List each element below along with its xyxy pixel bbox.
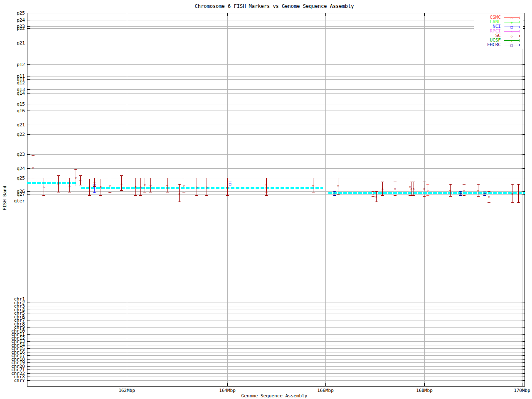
fish-band-q27-label: q27 bbox=[0, 192, 25, 197]
point-SC-cap-top bbox=[178, 184, 181, 185]
x-tick-label: 166Mbp bbox=[313, 388, 338, 393]
fish-band-p25-label: p25 bbox=[0, 11, 25, 15]
point-SC-cap-bottom bbox=[108, 192, 111, 193]
point-SC-cap-bottom bbox=[178, 202, 181, 202]
legend-sample-cap bbox=[519, 35, 520, 37]
point-SC-cap-bottom bbox=[57, 192, 60, 192]
marker-diamond: ◇ bbox=[150, 183, 152, 187]
fish-band-p22-label: p22 bbox=[0, 26, 25, 31]
point-NCI-cap-bottom bbox=[229, 186, 232, 186]
point-CSMC-cap-bottom bbox=[426, 195, 429, 196]
legend-marker-plus: + bbox=[510, 20, 512, 24]
marker-diamond: ◇ bbox=[427, 188, 429, 192]
legend-sample-cap bbox=[504, 30, 504, 32]
fish-band-q16-label: q16 bbox=[0, 108, 25, 113]
chart-canvas: Chromosome 6 FISH Markers vs Genome Sequ… bbox=[0, 0, 532, 399]
fish-band-p21-label: p21 bbox=[0, 41, 25, 45]
marker-diamond: ◇ bbox=[382, 187, 384, 190]
marker-square: □ bbox=[229, 182, 231, 186]
legend-marker-diamond: ◇ bbox=[511, 34, 513, 38]
point-SC-cap-bottom bbox=[423, 196, 426, 197]
point-SC-cap-top bbox=[182, 178, 185, 178]
point-SC-cap-bottom bbox=[182, 192, 185, 192]
point-SC-cap-bottom bbox=[463, 195, 466, 196]
marker-diamond: ◇ bbox=[312, 183, 314, 187]
marker-diamond: ◇ bbox=[423, 187, 425, 190]
marker-diamond: ◇ bbox=[89, 185, 91, 188]
point-SC-cap-top bbox=[134, 178, 137, 178]
marker-diamond: ◇ bbox=[266, 185, 268, 189]
legend-marker-plus: + bbox=[510, 39, 512, 42]
fish-band-q24-label: q24 bbox=[0, 166, 25, 171]
marker-diamond: ◇ bbox=[109, 183, 111, 187]
marker-diamond: ◇ bbox=[477, 188, 479, 192]
point-NCI-cap-bottom bbox=[93, 192, 96, 193]
legend-sample-cap bbox=[519, 39, 520, 42]
point-SC-cap-top bbox=[312, 178, 315, 178]
fish-band-q12-label: q12 bbox=[0, 81, 25, 85]
point-SC-cap-top bbox=[79, 175, 82, 176]
point-SC-cap-top bbox=[517, 184, 520, 185]
point-SC-cap-bottom bbox=[99, 195, 102, 196]
point-SC-cap-top bbox=[57, 175, 60, 176]
legend-label-FHCRC: FHCRC bbox=[468, 42, 501, 47]
x-tick-label: 170Mbp bbox=[510, 388, 532, 393]
marker-diamond: ◇ bbox=[135, 185, 137, 188]
legend-marker-square: □ bbox=[510, 43, 512, 47]
marker-diamond: ◇ bbox=[94, 180, 96, 184]
point-SC-cap-top bbox=[88, 179, 91, 179]
point-SC-cap-bottom bbox=[477, 196, 480, 197]
chr-row-chrY-label: chrY bbox=[0, 378, 25, 383]
point-SC-cap-top bbox=[511, 184, 514, 185]
point-SC-cap-bottom bbox=[511, 202, 514, 203]
point-CSMC-cap-top bbox=[426, 184, 429, 185]
marker-diamond: ◇ bbox=[394, 187, 396, 190]
point-SC-cap-top bbox=[477, 184, 480, 185]
marker-diamond: ◇ bbox=[100, 185, 102, 188]
legend-sample-cap bbox=[519, 17, 520, 19]
marker-diamond: ◇ bbox=[206, 185, 208, 189]
fish-band-q22-label: q22 bbox=[0, 132, 25, 137]
point-SC-cap-top bbox=[195, 178, 198, 178]
point-SC-cap-top bbox=[375, 191, 378, 192]
marker-diamond: ◇ bbox=[79, 178, 81, 182]
point-SC-cap-top bbox=[143, 178, 146, 178]
point-SC-cap-bottom bbox=[166, 192, 169, 192]
point-SC-cap-top bbox=[42, 178, 45, 178]
fish-band-q23-label: q23 bbox=[0, 152, 25, 157]
point-SC-cap-top bbox=[449, 184, 452, 185]
marker-diamond: ◇ bbox=[337, 183, 339, 187]
point-SC-cap-top bbox=[381, 182, 384, 182]
point-SC-cap-top bbox=[488, 191, 490, 192]
point-SC-cap-bottom bbox=[120, 190, 123, 191]
assembly-segment bbox=[328, 192, 525, 194]
point-SC-cap-bottom bbox=[517, 202, 520, 203]
marker-diamond: ◇ bbox=[227, 185, 229, 189]
marker-square: □ bbox=[334, 192, 336, 195]
marker-diamond: ◇ bbox=[517, 192, 520, 195]
point-SC-cap-top bbox=[409, 178, 411, 178]
point-SC-cap-top bbox=[149, 178, 152, 178]
point-SC-cap-top bbox=[120, 175, 123, 176]
point-SC-cap-bottom bbox=[412, 195, 415, 196]
point-SC-cap-top bbox=[372, 191, 374, 192]
point-SC-cap-top bbox=[68, 178, 71, 178]
point-SC-cap-bottom bbox=[93, 186, 96, 187]
point-SC-cap-top bbox=[108, 179, 111, 179]
marker-diamond: ◇ bbox=[449, 188, 451, 192]
fish-band-q21-label: q21 bbox=[0, 123, 25, 127]
point-SC-cap-bottom bbox=[74, 186, 77, 186]
marker-diamond: ◇ bbox=[463, 188, 465, 192]
point-SC-cap-bottom bbox=[88, 195, 91, 196]
point-SC-cap-bottom bbox=[375, 202, 378, 202]
legend-marker-x: × bbox=[510, 30, 512, 33]
plot-area-border bbox=[27, 13, 525, 387]
point-SC-cap-bottom bbox=[312, 192, 315, 192]
legend-sample-cap bbox=[519, 30, 520, 32]
marker-square: □ bbox=[484, 192, 486, 196]
legend-sample-cap bbox=[519, 21, 520, 23]
point-SC-cap-bottom bbox=[226, 195, 229, 196]
marker-diamond: ◇ bbox=[511, 192, 513, 195]
point-SC-cap-bottom bbox=[205, 195, 208, 196]
legend-sample-cap bbox=[504, 21, 504, 23]
